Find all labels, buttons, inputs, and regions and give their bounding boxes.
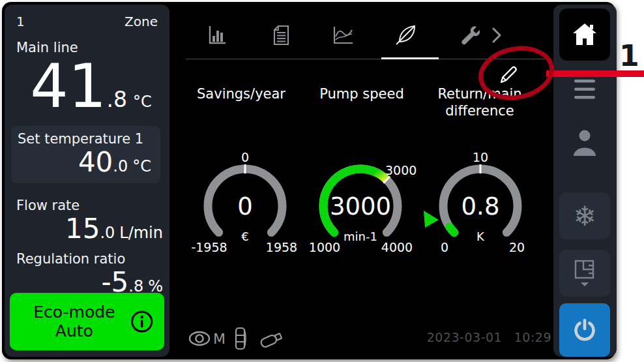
home-icon [571, 22, 598, 48]
main-line-unit: °C [133, 93, 152, 111]
gauge-tick-label: 10 [473, 150, 488, 164]
pencil-icon [496, 63, 520, 87]
set-temperature-int: 40 [78, 148, 113, 177]
toolbar-separator [186, 59, 551, 59]
active-tab-underline [381, 57, 439, 59]
set-temperature-unit: °C [132, 157, 151, 175]
chevron-right-icon [492, 27, 501, 43]
regulation-ratio-label: Regulation ratio [16, 251, 166, 267]
gauge-min-label: 1000 [309, 240, 340, 254]
zone-number: 1 [16, 14, 25, 29]
floor-plan-icon [573, 259, 596, 288]
set-temperature-dec: .0 [113, 157, 128, 175]
gauge-tick-label: 3000 [385, 163, 417, 177]
gauge-pointer-arrow [424, 211, 439, 228]
eco-mode-button[interactable]: Eco-mode Auto [10, 293, 164, 350]
tab-trends[interactable] [328, 20, 358, 50]
user-icon [571, 128, 598, 157]
gauge-svg: 30003000min-110004000 [299, 149, 422, 265]
tab-eco[interactable] [391, 20, 421, 50]
edit-dashboard-button[interactable] [495, 63, 521, 89]
gauge-value: 0.8 [461, 192, 500, 220]
gauge-fill [450, 227, 454, 232]
zone-label: Zone [124, 14, 158, 29]
tab-settings[interactable] [454, 20, 484, 50]
leaf-icon [394, 24, 418, 46]
zone-panel: 1 Zone Main line 41 .8 °C Set temperatur… [5, 5, 169, 357]
flow-rate-int: 15 [65, 215, 100, 243]
flow-rate-value: 15 .0 L/min [16, 215, 166, 243]
main-line-value: 41 .8 °C [16, 57, 166, 117]
status-date: 2023-03-01 [427, 330, 502, 344]
gauge-pump-speed: 30003000min-110004000 [299, 149, 422, 265]
gauge-title-savings: Savings/year [192, 85, 291, 102]
gauge-title-return-diff: Return/main difference [428, 85, 532, 120]
frost-protection-button[interactable]: ❄ [559, 192, 610, 239]
flow-rate-label: Flow rate [16, 198, 166, 213]
gauge-tick-label: 0 [241, 150, 249, 164]
usb-drive-icon [257, 327, 288, 350]
user-button[interactable] [559, 126, 610, 160]
flow-rate-dec: .0 [100, 224, 115, 242]
gauge-max-label: 4000 [381, 240, 413, 254]
flow-rate-unit: L/min [119, 224, 163, 242]
storage-icon [235, 327, 248, 350]
gauge-return-diff: 100.8K020 [418, 149, 542, 265]
tabs-more-button[interactable] [487, 20, 506, 50]
hamburger-menu-icon [574, 79, 596, 100]
gauge-svg: 100.8K020 [418, 149, 542, 265]
report-icon [272, 25, 290, 46]
gauge-unit: K [476, 230, 485, 243]
chevron-down-icon [581, 282, 589, 286]
gauge-value: 3000 [330, 192, 391, 220]
tab-statistics[interactable] [202, 20, 232, 50]
status-time: 10:29 [514, 330, 551, 344]
gauge-max-label: 20 [509, 240, 525, 254]
tab-report[interactable] [266, 20, 296, 50]
bar-chart-icon [207, 25, 227, 46]
gauge-max-label: 1958 [266, 240, 297, 254]
eco-mode-label: Eco-mode Auto [19, 303, 130, 340]
gauge-title-pump-speed: Pump speed [312, 85, 411, 102]
status-datetime: 2023-03-01 10:29 [406, 330, 551, 344]
set-temperature-card[interactable]: Set temperature 1 40 .0 °C [11, 126, 160, 183]
menu-button[interactable] [559, 74, 610, 105]
snowflake-icon: ❄ [573, 200, 596, 232]
info-icon [130, 308, 154, 335]
annotation-number: 1 [619, 39, 639, 72]
power-icon [572, 317, 598, 343]
hmi-screen: 1 Zone Main line 41 .8 °C Set temperatur… [2, 2, 615, 359]
wrench-icon [459, 25, 480, 46]
status-icons: M [188, 327, 288, 350]
zone-select-button[interactable] [559, 250, 610, 297]
gauge-savings: 00€-19581958 [183, 149, 307, 265]
nav-rail: ❄ [553, 5, 617, 357]
monitor-mode-letter: M [213, 331, 226, 347]
zone-header: 1 Zone [16, 14, 166, 29]
home-button[interactable] [559, 8, 610, 61]
gauge-min-label: 0 [441, 240, 448, 254]
set-temperature-value: 40 .0 °C [18, 148, 154, 177]
eye-monitor-icon [188, 329, 212, 348]
gauge-svg: 00€-19581958 [183, 149, 307, 265]
gauge-unit: min-1 [344, 230, 377, 243]
main-line-value-int: 41 [30, 57, 106, 117]
gauge-value: 0 [237, 192, 253, 220]
gauge-min-label: -1958 [191, 240, 227, 254]
main-line-value-dec: .8 [106, 87, 127, 112]
power-button[interactable] [559, 303, 610, 357]
set-temperature-label: Set temperature 1 [18, 131, 154, 147]
gauge-unit: € [241, 230, 248, 243]
trend-chart-icon [332, 25, 354, 46]
